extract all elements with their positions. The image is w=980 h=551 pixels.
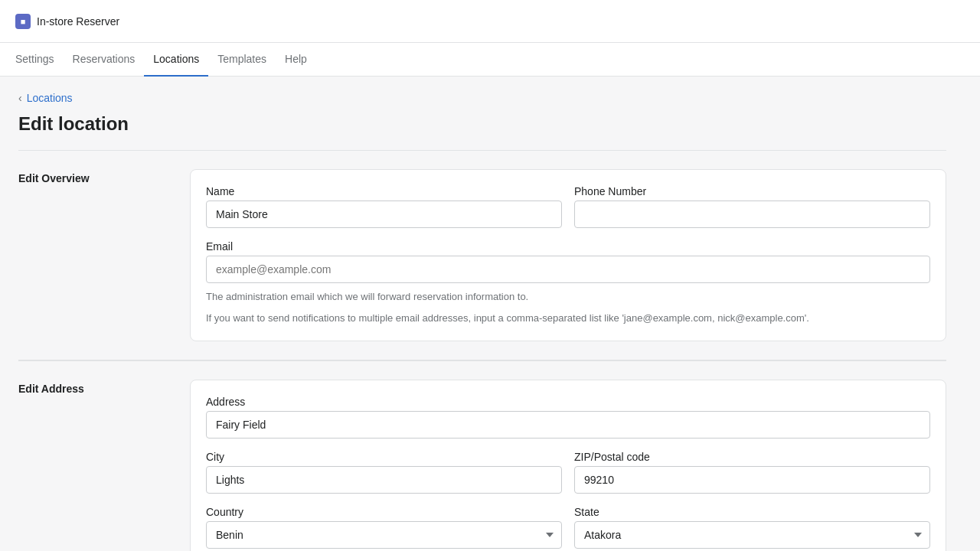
country-select[interactable]: Benin [206, 521, 562, 549]
email-group: Email The administration email which we … [206, 240, 930, 325]
breadcrumb-label: Locations [27, 92, 73, 104]
zip-label: ZIP/Postal code [574, 451, 930, 463]
app-bar: ■ In-store Reserver [0, 0, 980, 43]
section-overview-label: Edit Overview [18, 169, 172, 341]
section-overview: Edit Overview Name Phone Number Email Th… [18, 150, 946, 360]
address-row: Address [206, 396, 930, 439]
state-select-wrapper: Atakora [574, 521, 930, 549]
city-label: City [206, 451, 562, 463]
breadcrumb[interactable]: ‹ Locations [18, 92, 946, 104]
zip-input[interactable] [574, 466, 930, 494]
email-hint2: If you want to send notifications to mul… [206, 311, 930, 326]
nav-templates[interactable]: Templates [208, 43, 276, 77]
address-group: Address [206, 396, 930, 439]
name-input[interactable] [206, 201, 562, 228]
phone-input[interactable] [574, 201, 930, 228]
app-icon: ■ [15, 14, 31, 29]
app-title: In-store Reserver [37, 15, 119, 28]
country-group: Country Benin [206, 506, 562, 549]
city-input[interactable] [206, 466, 562, 494]
name-label: Name [206, 185, 562, 197]
address-label: Address [206, 396, 930, 408]
phone-group: Phone Number [574, 185, 930, 228]
app-brand: ■ In-store Reserver [15, 14, 119, 29]
name-phone-row: Name Phone Number [206, 185, 930, 228]
state-group: State Atakora [574, 506, 930, 549]
nav-settings[interactable]: Settings [15, 43, 64, 77]
section-address-label: Edit Address [18, 380, 172, 551]
nav-locations[interactable]: Locations [144, 43, 208, 77]
zip-group: ZIP/Postal code [574, 451, 930, 494]
email-label: Email [206, 240, 930, 253]
city-group: City [206, 451, 562, 494]
state-label: State [574, 506, 930, 518]
city-zip-row: City ZIP/Postal code [206, 451, 930, 494]
nav-bar: Settings Reservations Locations Template… [0, 43, 980, 77]
nav-help[interactable]: Help [276, 43, 316, 77]
email-hint1: The administration email which we will f… [206, 289, 930, 305]
state-select[interactable]: Atakora [574, 521, 930, 549]
section-address-card: Address City ZIP/Postal code Country [190, 380, 946, 551]
breadcrumb-chevron-icon: ‹ [18, 92, 22, 104]
phone-label: Phone Number [574, 185, 930, 197]
address-input[interactable] [206, 411, 930, 439]
country-select-wrapper: Benin [206, 521, 562, 549]
main-content: ‹ Locations Edit location Edit Overview … [0, 77, 965, 551]
country-label: Country [206, 506, 562, 518]
name-group: Name [206, 185, 562, 228]
section-overview-card: Name Phone Number Email The administrati… [190, 169, 946, 341]
country-state-row: Country Benin State Atakora [206, 506, 930, 549]
nav-reservations[interactable]: Reservations [64, 43, 145, 77]
section-address: Edit Address Address City ZIP/Postal cod… [18, 360, 946, 551]
email-row: Email The administration email which we … [206, 240, 930, 325]
email-input[interactable] [206, 256, 930, 283]
page-title: Edit location [18, 113, 946, 135]
